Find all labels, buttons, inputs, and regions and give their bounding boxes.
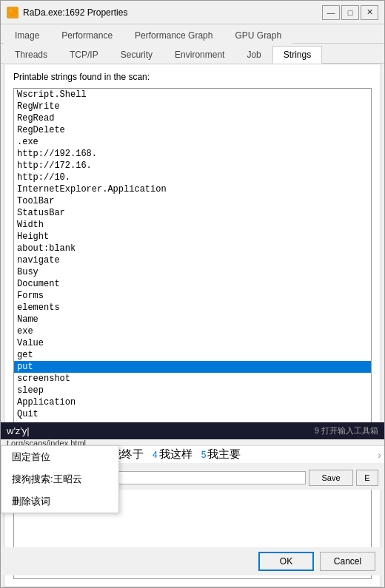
list-item[interactable]: InternetExplorer.Application (14, 183, 371, 195)
candidate-num: 4 (153, 450, 158, 460)
window-title: RaDa.exe:1692 Properties (23, 7, 322, 18)
list-item[interactable]: get (14, 349, 371, 361)
tab-performance-graph[interactable]: Performance Graph (124, 27, 224, 44)
candidate-arrow-icon[interactable]: › (378, 449, 381, 461)
list-item[interactable]: StatusBar (14, 207, 371, 219)
list-item[interactable]: Busy (14, 266, 371, 278)
list-item[interactable]: RegDelete (14, 124, 371, 136)
list-item[interactable]: http://10. (14, 172, 371, 183)
tab-environment[interactable]: Environment (164, 46, 235, 64)
ime-bar: w'z'y| 9 打开输入工具箱 (1, 422, 384, 439)
candidate-text: 我这样 (159, 447, 192, 462)
window-controls: — □ ✕ (322, 5, 378, 20)
tab-image[interactable]: Image (4, 27, 50, 44)
ok-button[interactable]: OK (258, 552, 314, 571)
context-menu-item[interactable]: 搜狗搜索:王昭云 (1, 468, 118, 490)
tab-job[interactable]: Job (235, 46, 272, 64)
ime-input-display: w'z'y| (7, 425, 30, 436)
list-item[interactable]: Name (14, 314, 371, 325)
list-item[interactable]: Document (14, 278, 371, 290)
candidate-item[interactable]: 5我主要 (198, 447, 244, 462)
list-item[interactable]: ToolBar (14, 195, 371, 207)
close-button[interactable]: ✕ (361, 5, 378, 20)
list-item[interactable]: Quit (14, 408, 371, 420)
ime-counter: 9 打开输入工具箱 (315, 425, 378, 436)
list-item[interactable]: RegRead (14, 112, 371, 124)
list-item[interactable]: Application (14, 396, 371, 408)
list-item[interactable]: exe (14, 325, 371, 337)
candidate-item[interactable]: 4我这样 (150, 447, 195, 462)
list-item[interactable]: about:blank (14, 243, 371, 254)
cancel-button[interactable]: Cancel (320, 552, 375, 571)
save-button[interactable]: Save (309, 470, 353, 486)
extra-button[interactable]: E (356, 470, 378, 486)
tab-tcp-ip[interactable]: TCP/IP (58, 46, 110, 64)
list-item[interactable]: Width (14, 219, 371, 231)
tab-threads[interactable]: Threads (4, 46, 58, 64)
list-item[interactable]: RegWrite (14, 101, 371, 112)
candidate-num: 5 (201, 450, 207, 460)
list-item[interactable]: elements (14, 302, 371, 314)
list-item[interactable]: sleep (14, 385, 371, 396)
title-bar: 🔶 RaDa.exe:1692 Properties — □ ✕ (1, 1, 384, 24)
tab-performance[interactable]: Performance (50, 27, 124, 44)
app-icon: 🔶 (7, 7, 19, 18)
properties-window: 🔶 RaDa.exe:1692 Properties — □ ✕ ImagePe… (0, 0, 385, 588)
list-item[interactable]: navigate (14, 254, 371, 266)
tab-gpu-graph[interactable]: GPU Graph (224, 27, 292, 44)
tab-strings[interactable]: Strings (272, 46, 322, 64)
ok-cancel-row: OK Cancel (1, 547, 384, 575)
context-menu-item[interactable]: 固定首位 (1, 446, 118, 468)
list-item[interactable]: .exe (14, 136, 371, 148)
minimize-button[interactable]: — (322, 5, 340, 20)
candidate-text: 我主要 (207, 447, 241, 462)
context-menu-item[interactable]: 删除该词 (1, 490, 118, 513)
maximize-button[interactable]: □ (341, 5, 359, 20)
content-label: Printable strings found in the scan: (13, 72, 372, 82)
list-item[interactable]: http://192.168. (14, 148, 371, 160)
list-item[interactable]: http://172.16. (14, 160, 371, 172)
list-item[interactable]: Height (14, 231, 371, 243)
list-item[interactable]: screenshot (14, 373, 371, 385)
tab-row-2: ThreadsTCP/IPSecurityEnvironmentJobStrin… (1, 44, 384, 64)
list-item[interactable]: Value (14, 337, 371, 349)
tab-security[interactable]: Security (110, 46, 164, 64)
list-item[interactable]: Forms (14, 290, 371, 302)
tab-row-1: ImagePerformancePerformance GraphGPU Gra… (1, 24, 384, 44)
list-item[interactable]: Wscript.Shell (14, 89, 371, 101)
context-menu: 固定首位搜狗搜索:王昭云删除该词 (1, 445, 119, 513)
list-item[interactable]: put (14, 361, 371, 373)
